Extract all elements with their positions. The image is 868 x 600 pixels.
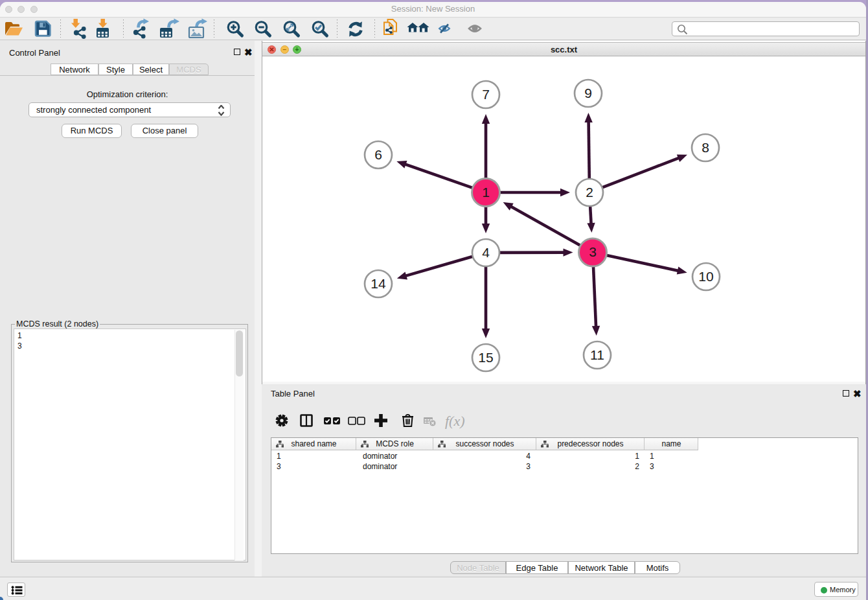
- svg-text:14: 14: [371, 276, 386, 291]
- svg-text:15: 15: [478, 350, 493, 365]
- svg-text:f(x): f(x): [445, 413, 465, 429]
- svg-text:7: 7: [482, 87, 490, 102]
- svg-text:11: 11: [590, 347, 604, 362]
- svg-text:9: 9: [584, 86, 592, 100]
- svg-text:8: 8: [702, 140, 709, 155]
- svg-text:10: 10: [698, 269, 713, 284]
- svg-text:2: 2: [586, 185, 593, 200]
- svg-text:6: 6: [374, 147, 382, 162]
- svg-text:4: 4: [482, 245, 490, 260]
- svg-text:1: 1: [482, 185, 490, 200]
- svg-text:3: 3: [589, 244, 597, 259]
